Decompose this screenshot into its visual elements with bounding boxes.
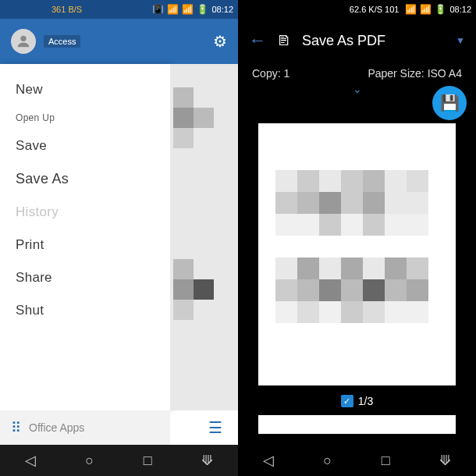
signal-icon: 📶 bbox=[420, 4, 432, 15]
menu-new[interactable]: New bbox=[0, 73, 170, 106]
nav-down-icon[interactable]: ⟱ bbox=[201, 452, 213, 469]
nav-recent-icon[interactable]: □ bbox=[144, 453, 152, 469]
document-icon: 🖹 bbox=[277, 33, 291, 49]
office-apps-label: Office Apps bbox=[29, 421, 84, 434]
next-page-preview[interactable] bbox=[258, 415, 456, 434]
print-options: Copy: 1 Paper Size: ISO A4 bbox=[238, 62, 476, 81]
page-checkbox[interactable]: ✓ bbox=[341, 395, 353, 407]
menu-print[interactable]: Print bbox=[0, 229, 170, 261]
nav-bar: ◁ ○ □ ⟱ bbox=[0, 445, 238, 476]
back-icon[interactable]: ← bbox=[249, 30, 266, 51]
nav-home-icon[interactable]: ○ bbox=[85, 453, 94, 469]
list-icon[interactable]: ☰ bbox=[208, 418, 222, 437]
network-speed: 62.6 K/S 101 bbox=[350, 5, 400, 14]
page-indicator: ✓ 1/3 bbox=[238, 390, 476, 412]
file-menu: New Open Up Save Save As History Print S… bbox=[0, 64, 170, 410]
menu-history[interactable]: History bbox=[0, 196, 170, 229]
access-button[interactable]: Access bbox=[44, 35, 80, 48]
save-icon: 💾 bbox=[440, 94, 460, 112]
menu-share[interactable]: Share bbox=[0, 261, 170, 294]
copies-label[interactable]: Copy: 1 bbox=[252, 67, 290, 80]
signal-icon: 📶 bbox=[182, 4, 194, 15]
status-bar: 361 B/S 📳 📶 📶 🔋 08:12 bbox=[0, 0, 238, 19]
svg-point-0 bbox=[20, 36, 26, 41]
battery-icon: 🔋 bbox=[435, 4, 446, 15]
wifi-icon: 📶 bbox=[405, 4, 417, 15]
clock: 08:12 bbox=[449, 5, 471, 14]
menu-save[interactable]: Save bbox=[0, 130, 170, 162]
pdf-preview[interactable] bbox=[258, 123, 456, 385]
nav-home-icon[interactable]: ○ bbox=[323, 453, 332, 469]
page-count: 1/3 bbox=[358, 395, 373, 407]
app-header: Access ⚙ bbox=[0, 19, 238, 64]
apps-grid-icon: ⠿ bbox=[11, 419, 21, 436]
nav-down-icon[interactable]: ⟱ bbox=[439, 452, 451, 469]
dropdown-icon[interactable]: ▼ bbox=[456, 35, 465, 46]
vibrate-icon: 📳 bbox=[152, 4, 164, 15]
avatar[interactable] bbox=[11, 29, 36, 54]
menu-save-as[interactable]: Save As bbox=[0, 162, 170, 196]
nav-bar: ◁ ○ □ ⟱ bbox=[238, 445, 476, 476]
menu-open[interactable]: Open Up bbox=[0, 106, 170, 130]
nav-back-icon[interactable]: ◁ bbox=[263, 452, 274, 469]
paper-size-label[interactable]: Paper Size: ISO A4 bbox=[368, 67, 462, 80]
menu-shut[interactable]: Shut bbox=[0, 294, 170, 327]
save-fab[interactable]: 💾 bbox=[432, 86, 467, 120]
pdf-header: ← 🖹 Save As PDF ▼ bbox=[238, 19, 476, 62]
nav-back-icon[interactable]: ◁ bbox=[25, 452, 36, 469]
battery-icon: 🔋 bbox=[197, 4, 208, 15]
status-bar: 62.6 K/S 101 📶 📶 🔋 08:12 bbox=[238, 0, 476, 19]
nav-recent-icon[interactable]: □ bbox=[382, 453, 390, 469]
settings-icon[interactable]: ⚙ bbox=[213, 32, 227, 51]
office-apps-bar[interactable]: ⠿ Office Apps bbox=[0, 410, 170, 445]
page-title: Save As PDF bbox=[302, 33, 445, 49]
document-background bbox=[170, 64, 238, 410]
network-speed: 361 B/S bbox=[52, 5, 82, 14]
wifi-icon: 📶 bbox=[167, 4, 179, 15]
clock: 08:12 bbox=[211, 5, 233, 14]
